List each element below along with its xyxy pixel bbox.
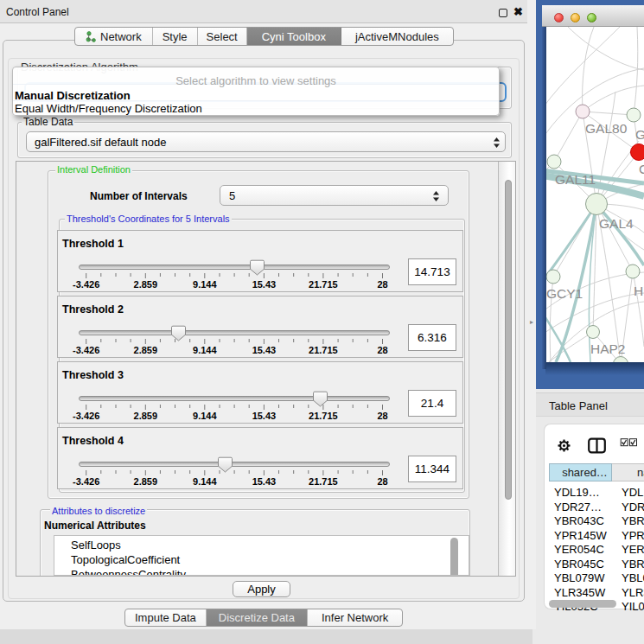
svg-text:GAL11: GAL11 [555, 172, 596, 187]
svg-text:C: C [639, 162, 644, 176]
svg-text:HAP2: HAP2 [590, 341, 626, 356]
svg-text:H: H [634, 284, 643, 298]
svg-text:GCY1: GCY1 [546, 286, 583, 301]
svg-text:GAL4: GAL4 [599, 216, 634, 231]
svg-text:GAL80: GAL80 [585, 121, 628, 136]
svg-text:G.: G. [635, 127, 644, 142]
